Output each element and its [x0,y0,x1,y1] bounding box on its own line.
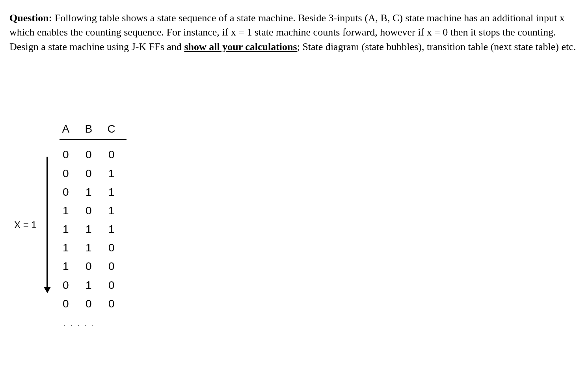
cell-b: 0 [84,166,93,181]
table-row: 0 0 1 [61,166,127,181]
question-emphasis: show all your calculations [184,41,297,52]
header-c: C [107,121,116,137]
cell-c: 1 [107,184,116,200]
sequence-direction-arrow [44,157,51,293]
cell-b: 1 [84,184,93,200]
table-row: 0 1 1 [61,184,127,200]
question-text: Question: Following table shows a state … [9,11,577,54]
table-header: A B C [61,121,127,137]
cell-c: 0 [107,277,116,293]
sequence-area: X = 1 A B C 0 0 0 0 0 1 0 1 1 [14,121,579,328]
header-rule [60,139,127,140]
cell-c: 0 [107,258,116,274]
cell-a: 0 [61,184,71,200]
cell-a: 0 [61,166,71,181]
cell-b: 1 [84,240,93,255]
cell-c: 0 [107,147,116,162]
question-body-2: ; State diagram (state bubbles), transit… [297,41,576,52]
cell-b: 1 [84,221,93,237]
cell-b: 0 [84,203,93,218]
arrow-shaft-icon [47,157,48,287]
question-block: Question: Following table shows a state … [9,11,577,54]
header-b: B [84,121,93,137]
table-row: 1 1 1 [61,221,127,237]
cell-c: 0 [107,296,116,311]
x-enable-label: X = 1 [14,218,37,232]
cell-c: 1 [107,166,116,181]
cell-b: 0 [84,296,93,311]
table-row: 1 1 0 [61,240,127,255]
cell-a: 1 [61,221,71,237]
table-row: 0 1 0 [61,277,127,293]
cell-c: 1 [107,203,116,218]
table-row: 0 0 0 [61,296,127,311]
question-label: Question: [9,12,52,24]
continuation-dots: . . . . . [61,318,127,328]
cell-a: 0 [61,296,71,311]
arrow-down-icon [44,287,51,293]
state-sequence-table: A B C 0 0 0 0 0 1 0 1 1 1 0 [61,121,127,328]
cell-a: 1 [61,240,71,255]
cell-c: 1 [107,221,116,237]
table-row: 1 0 1 [61,203,127,218]
cell-b: 0 [84,147,93,162]
cell-b: 0 [84,258,93,274]
header-a: A [61,121,71,137]
cell-a: 0 [61,147,71,162]
cell-a: 1 [61,203,71,218]
cell-b: 1 [84,277,93,293]
table-row: 1 0 0 [61,258,127,274]
table-rows: 0 0 0 0 0 1 0 1 1 1 0 1 1 1 1 [61,147,127,311]
cell-a: 1 [61,258,71,274]
table-row: 0 0 0 [61,147,127,162]
cell-c: 0 [107,240,116,255]
cell-a: 0 [61,277,71,293]
